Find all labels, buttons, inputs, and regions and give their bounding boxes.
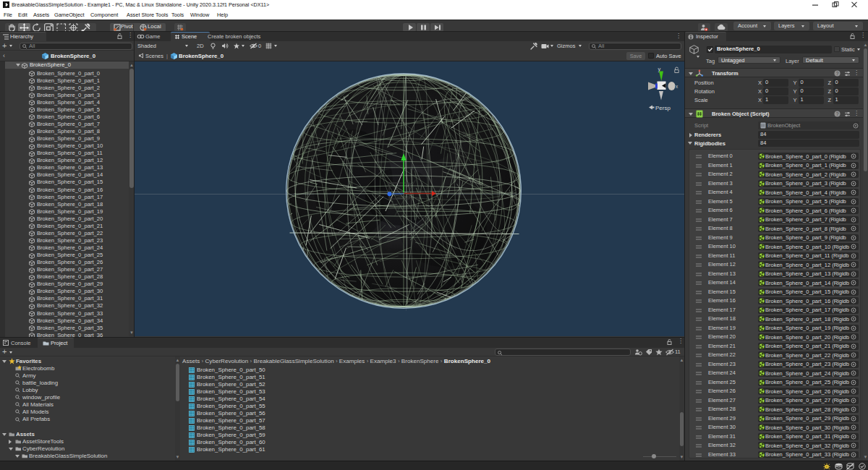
svg-text:Persp: Persp <box>655 105 671 111</box>
svg-text:x: x <box>676 84 678 89</box>
svg-text:y: y <box>658 66 661 72</box>
svg-text:?: ? <box>836 111 839 116</box>
svg-text:?: ? <box>836 71 839 76</box>
